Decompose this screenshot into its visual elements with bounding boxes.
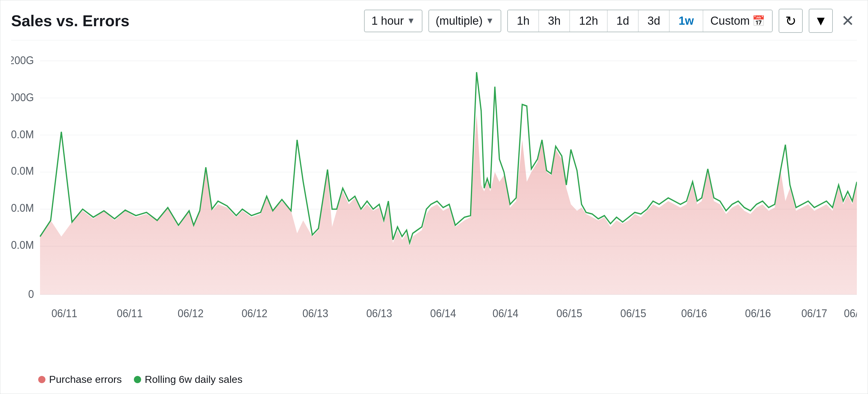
time-btn-12h[interactable]: 12h: [570, 10, 607, 32]
dropdown-more-button[interactable]: ▼: [809, 9, 833, 33]
time-btn-1d[interactable]: 1d: [608, 10, 639, 32]
interval-arrow: ▼: [407, 16, 415, 26]
x-label-0611b: 06/11: [117, 307, 143, 319]
y-label-400: 400.0M: [11, 202, 34, 214]
x-label-0615a: 06/15: [556, 307, 582, 319]
x-label-0614a: 06/14: [430, 307, 456, 319]
metric-label: (multiple): [436, 15, 483, 27]
close-button[interactable]: ✕: [839, 12, 857, 30]
x-label-0613b: 06/13: [366, 307, 392, 319]
interval-label: 1 hour: [371, 15, 404, 27]
header-divider: [11, 40, 857, 40]
calendar-icon: 📅: [752, 15, 765, 27]
y-label-1200: 1.200G: [11, 54, 34, 66]
chart-svg: 1.200G 1.000G 800.0M 600.0M 400.0M 200.0…: [11, 47, 857, 369]
x-label-0611a: 06/11: [52, 307, 77, 319]
y-label-800: 800.0M: [11, 128, 34, 140]
time-btn-1w[interactable]: 1w: [670, 10, 703, 32]
chart-header: Sales vs. Errors 1 hour ▼ (multiple) ▼ 1…: [11, 9, 857, 33]
chart-title: Sales vs. Errors: [11, 12, 129, 30]
time-btn-3d[interactable]: 3d: [639, 10, 670, 32]
x-label-0613a: 06/13: [302, 307, 328, 319]
time-range-group: 1h 3h 12h 1d 3d 1w Custom 📅: [507, 10, 773, 32]
y-label-0: 0: [28, 288, 34, 300]
legend-label-sales: Rolling 6w daily sales: [145, 373, 243, 385]
x-label-0612a: 06/12: [178, 307, 204, 319]
x-label-0616a: 06/16: [681, 307, 707, 319]
x-label-0615b: 06/15: [620, 307, 646, 319]
y-label-1000: 1.000G: [11, 91, 34, 103]
y-label-200: 200.0M: [11, 239, 34, 251]
controls-group: 1 hour ▼ (multiple) ▼ 1h 3h 12h 1d 3d 1w…: [364, 9, 857, 33]
x-label-0614b: 06/14: [493, 307, 518, 319]
chart-svg-container: 1.200G 1.000G 800.0M 600.0M 400.0M 200.0…: [11, 47, 857, 369]
x-label-0617b: 06/17: [844, 307, 857, 319]
time-btn-1h[interactable]: 1h: [508, 10, 539, 32]
metric-dropdown[interactable]: (multiple) ▼: [428, 10, 501, 32]
close-icon: ✕: [841, 12, 855, 30]
legend-dot-errors: [38, 376, 45, 383]
refresh-button[interactable]: ↻: [779, 9, 803, 33]
time-btn-custom[interactable]: Custom 📅: [703, 10, 772, 32]
x-label-0617a: 06/17: [801, 307, 827, 319]
y-label-600: 600.0M: [11, 165, 34, 177]
chart-area: 1.200G 1.000G 800.0M 600.0M 400.0M 200.0…: [11, 47, 857, 385]
chart-legend: Purchase errors Rolling 6w daily sales: [11, 373, 857, 385]
legend-item-errors: Purchase errors: [38, 373, 122, 385]
dashboard-container: Sales vs. Errors 1 hour ▼ (multiple) ▼ 1…: [0, 0, 868, 394]
metric-arrow: ▼: [486, 16, 494, 26]
interval-dropdown[interactable]: 1 hour ▼: [364, 10, 422, 32]
legend-label-errors: Purchase errors: [49, 373, 122, 385]
legend-item-sales: Rolling 6w daily sales: [134, 373, 243, 385]
refresh-icon: ↻: [785, 13, 796, 29]
time-btn-3h[interactable]: 3h: [539, 10, 570, 32]
x-label-0616b: 06/16: [745, 307, 771, 319]
legend-dot-sales: [134, 376, 141, 383]
custom-label: Custom: [710, 15, 750, 27]
dropdown-more-icon: ▼: [814, 13, 827, 28]
x-label-0612b: 06/12: [242, 307, 268, 319]
